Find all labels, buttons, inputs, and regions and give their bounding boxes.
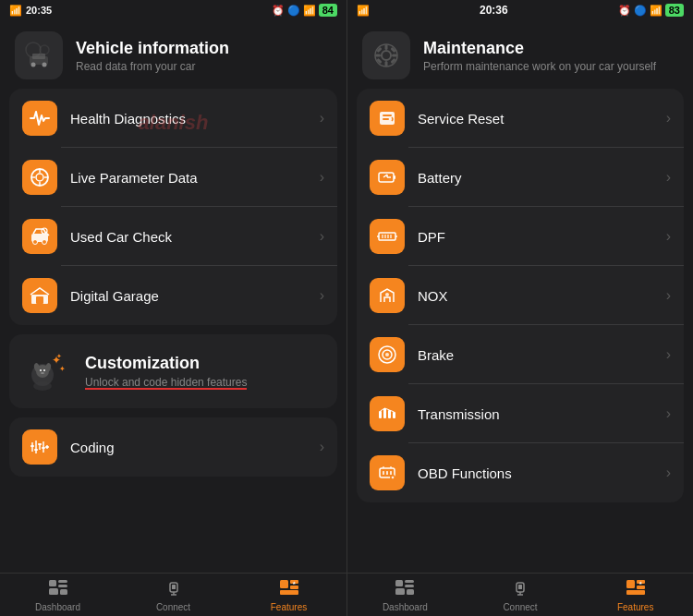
svg-rect-68 [379, 173, 394, 182]
svg-point-22 [33, 381, 52, 391]
right-header-text: Maintenance Perform maintenance work on … [423, 39, 656, 73]
used-car-item[interactable]: Used Car Check › [9, 207, 337, 266]
battery-label: Battery [418, 170, 653, 186]
right-bottom-nav: Dashboard Connect [347, 573, 693, 616]
right-nav-dashboard[interactable]: Dashboard [347, 579, 463, 612]
coding-item[interactable]: Coding › [9, 417, 337, 477]
live-label: Live Parameter Data [70, 170, 307, 186]
left-panel-header: Vehicle information Read data from your … [0, 20, 346, 89]
right-nav-connect-label: Connect [503, 602, 537, 612]
used-car-icon [22, 219, 57, 254]
svg-rect-40 [42, 447, 45, 449]
obd-chevron: › [666, 465, 671, 481]
brake-item[interactable]: Brake › [357, 325, 684, 384]
svg-text:✦: ✦ [56, 353, 62, 359]
obd-item[interactable]: OBD Functions › [357, 443, 684, 502]
brake-icon [370, 337, 405, 372]
left-nav-connect[interactable]: Connect [116, 579, 231, 612]
nox-item[interactable]: NOX › [357, 266, 684, 325]
svg-rect-84 [388, 410, 391, 418]
svg-point-28 [41, 372, 44, 374]
svg-rect-104 [637, 586, 645, 589]
wifi-icon-right: 📶 [650, 5, 663, 17]
svg-rect-73 [379, 233, 395, 240]
right-panel-content: Service Reset › Battery › [347, 89, 693, 573]
svg-point-81 [385, 353, 389, 356]
svg-rect-97 [395, 588, 405, 595]
connect-icon-right [510, 579, 530, 600]
svg-rect-67 [383, 118, 389, 120]
brake-label: Brake [418, 347, 653, 363]
dpf-icon [370, 219, 405, 254]
left-panel-content: Health Diagnostics › Live Parameter Data [0, 89, 346, 573]
alarm-icon: ⏰ [272, 5, 285, 17]
dpf-item[interactable]: DPF › [357, 207, 684, 266]
svg-rect-37 [30, 445, 34, 447]
right-header-title: Maintenance [423, 39, 656, 58]
health-chevron: › [320, 110, 324, 127]
svg-rect-57 [385, 44, 388, 50]
svg-rect-66 [383, 115, 392, 116]
svg-rect-44 [58, 585, 67, 587]
svg-rect-52 [290, 586, 298, 589]
right-nav-dashboard-label: Dashboard [383, 602, 428, 612]
status-time-left: 📶 20:35 [9, 5, 52, 17]
service-icon [370, 101, 405, 136]
svg-rect-98 [407, 589, 414, 595]
left-nav-dashboard[interactable]: Dashboard [0, 579, 116, 612]
svg-rect-102 [626, 580, 635, 588]
status-time-right: 20:36 [480, 4, 508, 17]
left-header-text: Vehicle information Read data from your … [76, 39, 229, 73]
service-chevron: › [666, 110, 671, 127]
svg-rect-59 [375, 54, 381, 57]
right-panel-header: Maintenance Perform maintenance work on … [347, 20, 693, 89]
health-icon [22, 101, 57, 136]
right-nav-features[interactable]: ★ Features [578, 579, 693, 612]
svg-rect-85 [393, 412, 395, 418]
transmission-item[interactable]: Transmission › [357, 384, 684, 443]
svg-rect-95 [405, 580, 414, 583]
icons-right: 📶 [357, 5, 370, 17]
svg-rect-96 [405, 585, 414, 587]
svg-point-27 [43, 369, 45, 371]
wifi-icon-left: 📶 [303, 5, 316, 17]
status-battery-right: ⏰ 🔵 📶 83 [618, 4, 684, 17]
status-icons-left: 📶 [9, 5, 22, 17]
battery-item[interactable]: Battery › [357, 148, 684, 207]
live-parameter-item[interactable]: Live Parameter Data › [9, 148, 337, 207]
battery-menu-icon [370, 160, 405, 195]
svg-rect-45 [49, 588, 58, 595]
dpf-label: DPF [418, 229, 653, 245]
svg-point-14 [43, 240, 47, 245]
service-label: Service Reset [418, 111, 653, 127]
customization-section[interactable]: ✦ ✦ ✦ Customization Unlock and code hidd… [9, 334, 337, 408]
vehicle-info-icon [15, 31, 63, 79]
alarm-icon-right: ⏰ [618, 5, 631, 17]
nox-chevron: › [666, 287, 671, 304]
maintenance-icon-bg [362, 31, 410, 79]
garage-chevron: › [320, 287, 324, 304]
service-reset-item[interactable]: Service Reset › [357, 89, 684, 148]
svg-rect-18 [36, 296, 43, 304]
status-right-left: ⏰ 🔵 📶 84 [272, 4, 337, 17]
left-status-bar: 📶 20:35 ⏰ 🔵 📶 84 [0, 0, 346, 20]
left-phone-panel: 📶 20:35 ⏰ 🔵 📶 84 Vehicle information [0, 0, 346, 616]
left-nav-connect-label: Connect [156, 602, 190, 612]
svg-point-78 [385, 293, 389, 296]
maintenance-menu: Service Reset › Battery › [357, 89, 684, 502]
obd-label: OBD Functions [418, 465, 653, 481]
svg-rect-92 [390, 471, 392, 475]
battery-chevron: › [666, 169, 671, 186]
left-nav-dashboard-label: Dashboard [35, 602, 80, 612]
svg-rect-94 [395, 580, 403, 586]
nox-icon [370, 278, 405, 313]
left-nav-features[interactable]: ★ Features [231, 579, 346, 612]
right-nav-connect[interactable]: Connect [463, 579, 578, 612]
digital-garage-item[interactable]: Digital Garage › [9, 266, 337, 325]
transmission-chevron: › [666, 405, 671, 422]
health-diagnostics-item[interactable]: Health Diagnostics › [9, 89, 337, 148]
health-label: Health Diagnostics [70, 111, 307, 127]
svg-rect-43 [58, 580, 67, 583]
bt-icon-right: 🔵 [634, 5, 647, 17]
connect-icon-left [164, 579, 184, 600]
